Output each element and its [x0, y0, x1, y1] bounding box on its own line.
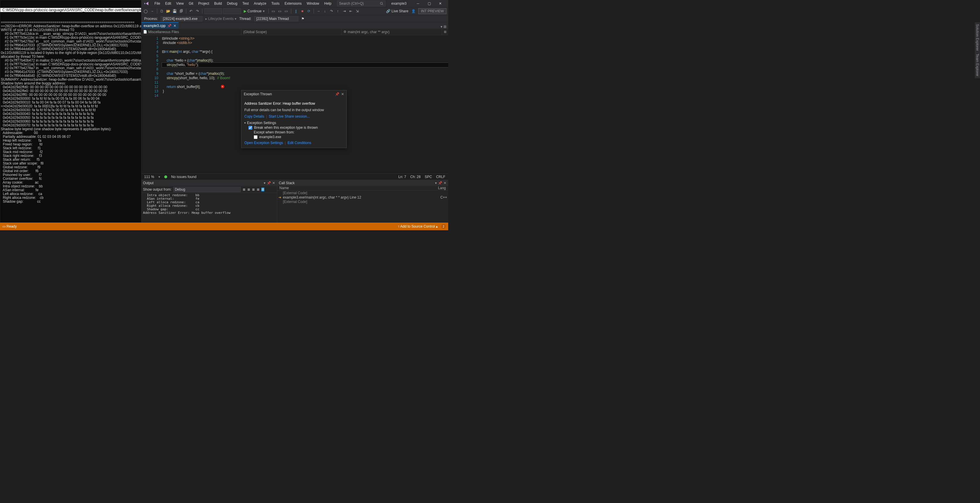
save-all-button[interactable]: 🗐: [179, 8, 184, 14]
pin-icon[interactable]: 📌: [167, 24, 172, 28]
restart-button[interactable]: ⟳: [306, 8, 312, 14]
live-share-button[interactable]: 🔗 Live Share: [386, 9, 408, 13]
close-button[interactable]: ✕: [435, 0, 446, 7]
feedback-button[interactable]: 👤: [410, 8, 416, 14]
tab-expand[interactable]: ⊞: [444, 25, 447, 29]
process-label: Process:: [144, 17, 158, 21]
show-next-button[interactable]: →: [316, 8, 321, 14]
navigation-bar: 📄 Miscellaneous Files (Global Scope) ⚙ m…: [142, 29, 448, 35]
callstack-panel: Call Stack ▾📌✕ NameLang [External Code]➜…: [277, 180, 448, 223]
minimize-button[interactable]: ─: [412, 0, 423, 7]
exe-checkbox[interactable]: [254, 135, 258, 139]
continue-button[interactable]: ▶Continue▾: [242, 8, 266, 14]
popup-pin-icon[interactable]: 📌: [335, 92, 339, 96]
output-dropdown-icon[interactable]: ▾: [264, 181, 266, 185]
exception-settings-toggle[interactable]: Exception Settings: [244, 121, 344, 125]
menu-extensions[interactable]: Extensions: [282, 1, 304, 6]
callstack-lang-header: Lang: [438, 186, 446, 190]
menu-test[interactable]: Test: [240, 1, 251, 6]
scope-selector[interactable]: (Global Scope): [242, 29, 342, 35]
redo-button[interactable]: ↷: [195, 8, 200, 14]
output-action-4[interactable]: ≣: [257, 188, 259, 191]
pause-button[interactable]: ‖: [293, 8, 299, 14]
output-panel: Output ▾📌✕ Show output from: Debug ≣ ≣ ≣…: [142, 180, 277, 223]
main-menu: FileEditViewGitProjectBuildDebugTestAnal…: [153, 1, 334, 6]
active-tab[interactable]: example3.cpp 📌 ✕: [142, 22, 179, 29]
callstack-pin-icon[interactable]: 📌: [438, 181, 442, 185]
search-placeholder: Search (Ctrl+Q): [339, 2, 364, 6]
menu-analyze[interactable]: Analyze: [252, 1, 268, 6]
step-button-2[interactable]: ⇤: [348, 8, 353, 14]
step-icon[interactable]: ▭: [271, 8, 276, 14]
step-into-button[interactable]: ↓: [322, 8, 328, 14]
popup-close-icon[interactable]: ✕: [341, 92, 344, 96]
tab-close-icon[interactable]: ✕: [173, 24, 176, 28]
error-glyph-icon[interactable]: ✕: [221, 85, 224, 88]
output-action-5[interactable]: ⊞: [261, 188, 264, 191]
callstack-dropdown-icon[interactable]: ▾: [435, 181, 437, 185]
output-close-icon[interactable]: ✕: [272, 181, 275, 185]
vs-logo-icon: [144, 1, 149, 6]
step-button-3[interactable]: ⇲: [355, 8, 360, 14]
menu-debug[interactable]: Debug: [225, 1, 239, 6]
console-output: ========================================…: [0, 20, 141, 204]
step-icon-2[interactable]: ▭: [277, 8, 282, 14]
int-preview-badge: INT PREVIEW: [418, 8, 447, 14]
flag-icon[interactable]: ⚑: [301, 17, 304, 21]
output-text[interactable]: Intra object redzone: bb ASan internal: …: [142, 193, 277, 223]
callstack-row[interactable]: [External Code]: [277, 199, 448, 204]
source-control-button[interactable]: ↑ Add to Source Control ▴: [398, 224, 438, 228]
indent-indicator: SPC: [425, 175, 432, 179]
output-source-selector[interactable]: Debug: [173, 187, 241, 192]
step-over-button[interactable]: ↷: [329, 8, 334, 14]
menu-help[interactable]: Help: [322, 1, 334, 6]
menu-git[interactable]: Git: [186, 1, 195, 6]
solution-name: example3: [389, 1, 409, 6]
step-button[interactable]: ⇥: [342, 8, 347, 14]
edit-conditions-link[interactable]: Edit Conditions: [288, 141, 311, 145]
open-button[interactable]: 📂: [166, 8, 171, 14]
back-button[interactable]: ◯: [143, 8, 148, 14]
status-bar: ▭ Ready ↑ Add to Source Control ▴ 2: [0, 223, 448, 230]
config-dropdown[interactable]: [204, 8, 222, 14]
menu-tools[interactable]: Tools: [269, 1, 282, 6]
output-pin-icon[interactable]: 📌: [267, 181, 271, 185]
split-button[interactable]: ⊞: [442, 29, 448, 35]
callstack-close-icon[interactable]: ✕: [444, 181, 447, 185]
break-checkbox[interactable]: [248, 126, 252, 130]
open-exception-settings-link[interactable]: Open Exception Settings: [244, 141, 283, 145]
tab-dropdown[interactable]: ▾: [441, 25, 442, 29]
forward-button[interactable]: →: [150, 8, 155, 14]
exception-message: Address Sanitizer Error: Heap buffer ove…: [244, 102, 344, 106]
menu-project[interactable]: Project: [196, 1, 211, 6]
member-selector[interactable]: ⚙ main(int argc, char ** argv): [342, 29, 442, 35]
output-action-1[interactable]: ≣: [243, 188, 245, 191]
callstack-row[interactable]: ➜example3.exe!main(int argc, char * * ar…: [277, 195, 448, 199]
menu-edit[interactable]: Edit: [163, 1, 173, 6]
stop-button[interactable]: ■: [300, 8, 305, 14]
step-out-button[interactable]: ↑: [335, 8, 340, 14]
liveshare-link[interactable]: Start Live Share session...: [269, 115, 310, 118]
process-selector[interactable]: [28224] example3.exe: [161, 16, 202, 21]
output-action-3[interactable]: ≣: [252, 188, 255, 191]
zoom-level[interactable]: 111 %: [144, 175, 154, 179]
search-box[interactable]: Search (Ctrl+Q): [337, 1, 385, 6]
callstack-row[interactable]: [External Code]: [277, 191, 448, 195]
save-button[interactable]: 💾: [172, 8, 177, 14]
platform-dropdown[interactable]: [223, 8, 241, 14]
undo-button[interactable]: ↶: [188, 8, 194, 14]
maximize-button[interactable]: ▢: [423, 0, 435, 7]
menu-file[interactable]: File: [153, 1, 162, 6]
menu-view[interactable]: View: [174, 1, 186, 6]
menu-window[interactable]: Window: [305, 1, 321, 6]
new-button[interactable]: 🗋: [159, 8, 165, 14]
notification-badge[interactable]: 2: [441, 224, 446, 229]
menu-build[interactable]: Build: [212, 1, 224, 6]
tab-label: example3.cpp: [144, 24, 166, 28]
thread-selector[interactable]: [22392] Main Thread: [254, 16, 298, 21]
project-selector[interactable]: 📄 Miscellaneous Files: [142, 29, 242, 35]
exception-popup: Exception Thrown 📌✕ Address Sanitizer Er…: [241, 90, 347, 148]
output-action-2[interactable]: ≣: [247, 188, 250, 191]
step-icon-3[interactable]: ▭: [284, 8, 289, 14]
copy-details-link[interactable]: Copy Details: [244, 115, 264, 118]
